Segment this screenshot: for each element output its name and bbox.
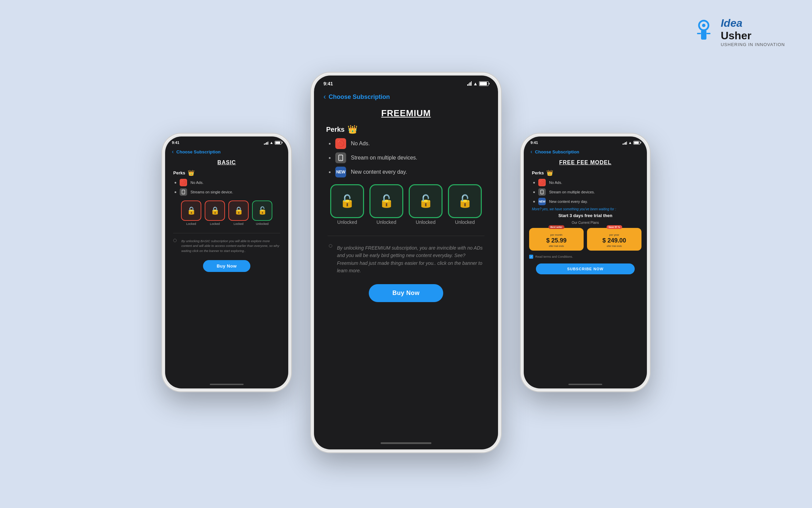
- no-ads-icon-basic: 🚫: [180, 179, 187, 186]
- perk-item: 🚫 No Ads.: [329, 138, 483, 149]
- buy-button-basic[interactable]: Buy Now: [203, 260, 250, 272]
- status-right-fee: ▲: [623, 141, 640, 145]
- device-icon-freemium: [335, 152, 346, 163]
- lock-box-unlocked: 🔓: [252, 200, 272, 221]
- perk-dot: [329, 143, 331, 145]
- signal-basic: [264, 141, 268, 145]
- plans-row-fee: Best seller per month $ 25.99 after trai…: [524, 226, 647, 253]
- lock-box-unlocked: 🔓: [409, 184, 443, 218]
- perk-item: NEW New content every day.: [533, 198, 637, 205]
- lock-item: 🔓 Unlocked: [252, 200, 272, 226]
- crown-basic: 👑: [188, 170, 195, 176]
- monthly-badge: Best seller: [548, 225, 564, 229]
- lock-item: 🔒 Locked: [228, 200, 249, 226]
- lock-symbol: 🔒: [210, 206, 220, 215]
- desc-circle: [173, 239, 177, 242]
- lock-box-unlocked: 🔓: [369, 184, 403, 218]
- crown-fee: 👑: [546, 170, 553, 176]
- lock-item: 🔓 Unlocked: [409, 184, 443, 225]
- screen-fee: ‹ Choose Subscription FREE FEE MODEL Per…: [524, 146, 647, 381]
- plan-yearly[interactable]: Save 57 % per year $ 249.00 after trial …: [587, 228, 641, 251]
- nav-title-fee: Choose Subscription: [535, 149, 579, 154]
- notch-freemium: [372, 76, 440, 88]
- perk-text: Streams on single device.: [190, 190, 233, 194]
- divider-basic: [173, 233, 280, 233]
- wifi-fee: ▲: [628, 141, 632, 145]
- perk-dot: [533, 201, 535, 203]
- yearly-price: $ 249.00: [590, 237, 639, 244]
- phone-fee-inner: 9:41 ▲ ‹ Choo: [524, 136, 647, 388]
- desc-basic: By unlocking BASIC subscription you will…: [165, 236, 288, 256]
- desc-freemium: By unlocking FREEMIUM subscription, you …: [314, 240, 498, 279]
- perk-text: No Ads.: [351, 141, 370, 147]
- terms-text: Read terms and Conditions.: [535, 255, 573, 258]
- subscribe-button[interactable]: SUBSCRIBE NOW: [536, 263, 634, 274]
- buy-button-freemium[interactable]: Buy Now: [369, 284, 444, 302]
- crown-freemium: 👑: [347, 125, 358, 134]
- perks-label-basic: Perks: [173, 170, 185, 175]
- perk-text: No Ads.: [549, 181, 562, 185]
- unlock-symbol: 🔓: [340, 194, 355, 208]
- back-icon-basic[interactable]: ‹: [172, 149, 174, 155]
- perk-item: Streams on single device.: [175, 188, 279, 196]
- perk-list-freemium: 🚫 No Ads. Stream on multiple devices.: [314, 138, 498, 177]
- device-icon-fee: [538, 188, 546, 196]
- lock-label: Locked: [210, 222, 220, 226]
- phone-freemium: 9:41 ▲ ‹ Choo: [311, 73, 501, 452]
- perks-label-freemium: Perks: [326, 126, 345, 133]
- phones-container: 9:41 ▲ ‹: [0, 17, 812, 508]
- battery-freemium: [479, 81, 489, 86]
- phone-fee: 9:41 ▲ ‹ Choo: [521, 134, 650, 391]
- no-ads-icon-fee: 🚫: [538, 179, 546, 186]
- check-icon: ✓: [530, 255, 533, 258]
- perk-list-fee: 🚫 No Ads. Stream on multiple devices.: [524, 179, 647, 205]
- perk-list-basic: 🚫 No Ads. Streams on single device.: [165, 179, 288, 196]
- plan-monthly[interactable]: Best seller per month $ 25.99 after trai…: [529, 228, 584, 251]
- perk-text: New content every day.: [351, 169, 407, 175]
- perk-item: Stream on multiple devices.: [533, 188, 637, 196]
- divider-freemium: [328, 236, 484, 236]
- lock-box-unlocked: 🔓: [330, 184, 364, 218]
- page-title-basic: BASIC: [165, 157, 288, 170]
- perk-dot: [533, 182, 535, 184]
- signal-freemium: [467, 82, 472, 86]
- lock-grid-freemium: 🔓 Unlocked 🔓 Unlocked 🔓: [314, 177, 498, 232]
- perk-item: 🚫 No Ads.: [533, 179, 637, 186]
- nav-fee: ‹ Choose Subscription: [524, 146, 647, 157]
- lock-box-unlocked: 🔓: [448, 184, 482, 218]
- new-text: NEW: [539, 200, 545, 203]
- back-icon-fee[interactable]: ‹: [531, 149, 532, 155]
- perk-item: Stream on multiple devices.: [329, 152, 483, 163]
- lock-label: Locked: [186, 222, 196, 226]
- perk-dot: [175, 191, 176, 193]
- back-icon-freemium[interactable]: ‹: [323, 92, 326, 101]
- more-text-fee: More? yes, we have something you've been…: [524, 205, 647, 212]
- phone-basic-inner: 9:41 ▲ ‹: [165, 136, 288, 388]
- home-indicator-basic: [210, 384, 244, 385]
- lock-box: 🔒: [205, 200, 225, 221]
- phone-freemium-inner: 9:41 ▲ ‹ Choo: [314, 76, 498, 449]
- status-right-basic: ▲: [264, 141, 281, 145]
- page-title-fee: FREE FEE MODEL: [524, 157, 647, 170]
- unlock-symbol: 🔓: [258, 206, 267, 215]
- trial-text-fee: Start 3 days free trial then: [524, 212, 647, 219]
- perk-text: New content every day.: [549, 199, 588, 204]
- new-icon-freemium: NEW: [335, 167, 346, 177]
- lock-label: Unlocked: [256, 222, 269, 226]
- device-icon-basic: [180, 188, 187, 196]
- new-text: NEW: [336, 170, 345, 174]
- desc-row-basic: By unlocking BASIC subscription you will…: [173, 239, 280, 253]
- terms-checkbox[interactable]: ✓: [529, 255, 533, 259]
- battery-fee: [633, 141, 640, 145]
- monthly-period: per month: [532, 233, 581, 236]
- page-title-freemium: FREEMIUM: [314, 105, 498, 125]
- wifi-basic: ▲: [270, 141, 273, 145]
- perks-header-fee: Perks 👑: [524, 170, 647, 179]
- lock-item: 🔒 Locked: [205, 200, 225, 226]
- desc-text-freemium: By unlocking FREEMIUM subscription, you …: [337, 244, 483, 275]
- perks-header-basic: Perks 👑: [165, 170, 288, 179]
- lock-item: 🔓 Unlocked: [369, 184, 403, 225]
- home-indicator-freemium: [381, 442, 431, 444]
- lock-item: 🔓 Unlocked: [330, 184, 364, 225]
- lock-item: 🔒 Locked: [181, 200, 201, 226]
